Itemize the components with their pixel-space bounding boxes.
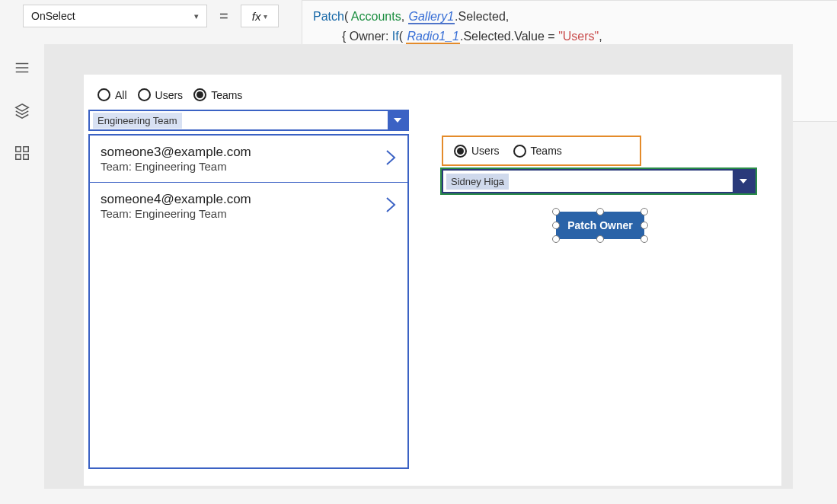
resize-handle[interactable] xyxy=(552,235,560,243)
left-rail xyxy=(0,41,44,164)
gallery-item-subtitle: Team: Engineering Team xyxy=(101,160,251,173)
gallery-item[interactable]: someone4@example.com Team: Engineering T… xyxy=(90,183,407,229)
gallery1[interactable]: someone3@example.com Team: Engineering T… xyxy=(88,134,409,469)
menu-icon[interactable] xyxy=(14,59,30,79)
fx-box[interactable]: fx ▾ xyxy=(241,5,279,27)
svg-rect-2 xyxy=(16,155,21,159)
equals-label: = xyxy=(219,8,228,25)
gallery-item-subtitle: Team: Engineering Team xyxy=(101,207,251,220)
property-dropdown[interactable]: OnSelect ▾ xyxy=(23,5,207,27)
resize-handle[interactable] xyxy=(552,222,560,229)
owner-combobox[interactable]: Sidney Higa xyxy=(442,169,756,193)
radio-all[interactable]: All xyxy=(97,88,127,101)
apps-icon[interactable] xyxy=(14,145,30,164)
combo-chip: Engineering Team xyxy=(93,113,182,129)
resize-handle[interactable] xyxy=(596,235,604,243)
chevron-down-icon: ▾ xyxy=(264,12,267,21)
gallery1-token: Gallery1 xyxy=(408,10,455,24)
chevron-down-icon[interactable] xyxy=(388,111,407,129)
radio-users[interactable]: Users xyxy=(138,88,184,101)
fx-icon: fx xyxy=(252,10,261,23)
resize-handle[interactable] xyxy=(552,208,560,215)
svg-rect-1 xyxy=(24,147,28,152)
app-canvas[interactable]: All Users Teams Engineering Team someone… xyxy=(84,75,781,486)
gallery-item-title: someone3@example.com xyxy=(101,145,251,160)
resize-handle[interactable] xyxy=(641,235,648,243)
chevron-down-icon: ▾ xyxy=(194,11,199,21)
resize-handle[interactable] xyxy=(641,222,648,229)
radio-teams-right[interactable]: Teams xyxy=(513,145,562,158)
resize-handle[interactable] xyxy=(641,208,648,215)
patch-owner-button-wrap: Patch Owner xyxy=(556,212,644,239)
radio-teams[interactable]: Teams xyxy=(193,88,242,101)
resize-handle[interactable] xyxy=(596,208,604,215)
chevron-down-icon[interactable] xyxy=(733,171,754,192)
radio-users-right[interactable]: Users xyxy=(454,145,500,158)
gallery-item-title: someone4@example.com xyxy=(101,192,251,207)
property-dropdown-value: OnSelect xyxy=(31,10,75,22)
owner-type-radio-group[interactable]: Users Teams xyxy=(442,136,641,166)
filter-radio-group[interactable]: All Users Teams xyxy=(97,88,242,101)
layers-icon[interactable] xyxy=(14,102,30,122)
svg-rect-3 xyxy=(24,155,28,159)
formula-line-1: Patch( Accounts, Gallery1.Selected, xyxy=(313,7,826,27)
canvas-wrap: All Users Teams Engineering Team someone… xyxy=(44,44,793,489)
radio1-token: Radio1_1 xyxy=(406,30,460,44)
chevron-right-icon[interactable] xyxy=(385,148,397,170)
chevron-right-icon[interactable] xyxy=(385,196,397,217)
svg-rect-0 xyxy=(16,147,21,152)
combo-chip: Sidney Higa xyxy=(446,174,509,190)
team-combobox[interactable]: Engineering Team xyxy=(88,110,409,131)
gallery-item[interactable]: someone3@example.com Team: Engineering T… xyxy=(90,136,407,183)
